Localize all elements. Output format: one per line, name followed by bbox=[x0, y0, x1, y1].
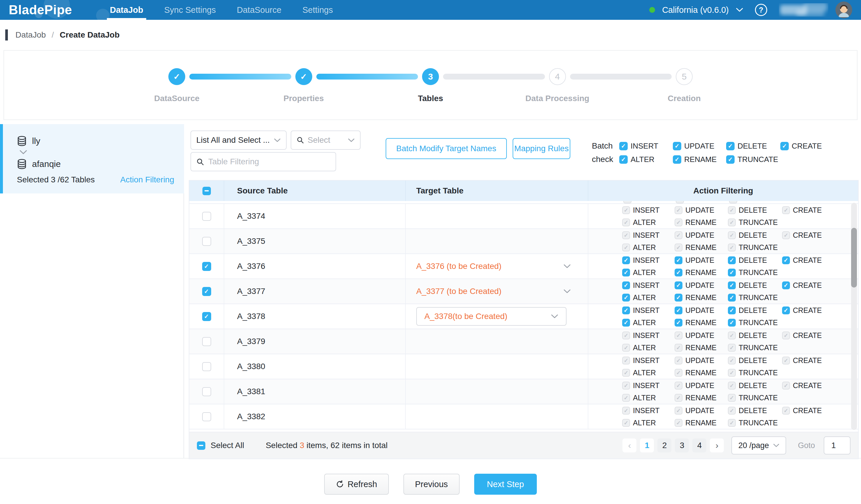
action-checkbox-item[interactable]: RENAME bbox=[674, 394, 728, 402]
checkbox-checked[interactable] bbox=[728, 256, 736, 264]
checkbox-disabled[interactable] bbox=[782, 357, 790, 365]
action-checkbox-item[interactable]: ALTER bbox=[622, 243, 674, 252]
batch-action-delete[interactable]: DELETE bbox=[726, 141, 780, 151]
action-checkbox-item[interactable]: INSERT bbox=[622, 306, 674, 315]
action-checkbox-item[interactable]: DELETE bbox=[728, 356, 782, 365]
action-checkbox-item[interactable]: ALTER bbox=[622, 419, 674, 427]
checkbox-disabled[interactable] bbox=[728, 206, 736, 214]
checkbox-disabled[interactable] bbox=[782, 407, 790, 414]
row-checkbox[interactable] bbox=[202, 312, 211, 321]
action-checkbox-item[interactable]: ALTER bbox=[622, 294, 674, 302]
action-checkbox-item[interactable]: DELETE bbox=[728, 281, 782, 289]
action-checkbox-item[interactable]: TRUNCATE bbox=[728, 218, 782, 227]
action-checkbox-item[interactable]: ALTER bbox=[622, 369, 674, 377]
page-button-3[interactable]: 3 bbox=[675, 438, 689, 452]
action-checkbox-item[interactable]: INSERT bbox=[622, 231, 674, 240]
action-checkbox-item[interactable]: DELETE bbox=[728, 381, 782, 390]
action-checkbox-item[interactable]: UPDATE bbox=[674, 381, 728, 390]
goto-page-input[interactable]: 1 bbox=[824, 436, 850, 454]
action-checkbox-item[interactable]: RENAME bbox=[674, 343, 728, 352]
action-checkbox-item[interactable]: CREATE bbox=[782, 331, 837, 340]
checkbox-disabled[interactable] bbox=[622, 344, 630, 352]
breadcrumb-parent[interactable]: DataJob bbox=[15, 30, 46, 40]
action-checkbox-item[interactable]: DELETE bbox=[728, 231, 782, 240]
checkbox-checked[interactable] bbox=[728, 282, 736, 289]
action-checkbox-item[interactable]: ALTER bbox=[622, 394, 674, 402]
nav-item-sync-settings[interactable]: Sync Settings bbox=[164, 0, 216, 20]
action-checkbox-item[interactable]: RENAME bbox=[674, 369, 728, 377]
batch-action-rename[interactable]: RENAME bbox=[673, 155, 726, 164]
checkbox-checked[interactable] bbox=[674, 319, 682, 327]
checkbox-disabled[interactable] bbox=[622, 218, 630, 226]
action-filtering-link[interactable]: Action Filtering bbox=[120, 175, 174, 185]
action-checkbox-item[interactable]: UPDATE bbox=[674, 356, 728, 365]
help-icon[interactable]: ? bbox=[755, 4, 767, 16]
action-checkbox-item[interactable]: INSERT bbox=[622, 256, 674, 264]
checkbox-checked[interactable] bbox=[622, 282, 630, 289]
action-checkbox-item[interactable]: RENAME bbox=[674, 268, 728, 277]
action-checkbox-item[interactable]: INSERT bbox=[622, 206, 674, 215]
action-checkbox-item[interactable]: INSERT bbox=[622, 331, 674, 340]
checkbox-disabled[interactable] bbox=[674, 407, 682, 414]
select-all-header-checkbox[interactable] bbox=[202, 187, 211, 195]
checkbox-disabled[interactable] bbox=[674, 382, 682, 390]
checkbox-disabled[interactable] bbox=[728, 357, 736, 365]
table-scrollbar-thumb[interactable] bbox=[851, 228, 857, 288]
action-checkbox-item[interactable]: TRUNCATE bbox=[728, 268, 782, 277]
page-size-select[interactable]: 20 /page bbox=[732, 436, 786, 454]
checkbox-disabled[interactable] bbox=[728, 331, 736, 339]
row-checkbox[interactable] bbox=[202, 337, 211, 346]
previous-button[interactable]: Previous bbox=[404, 474, 460, 495]
action-checkbox-item[interactable]: TRUNCATE bbox=[728, 369, 782, 377]
list-mode-select[interactable]: List All and Select ... bbox=[191, 131, 287, 150]
checkbox-disabled[interactable] bbox=[674, 369, 682, 377]
action-checkbox-item[interactable]: CREATE bbox=[782, 231, 837, 240]
checkbox-checked[interactable] bbox=[622, 269, 630, 276]
checkbox-checked[interactable] bbox=[674, 307, 682, 314]
checkbox-checked[interactable] bbox=[622, 256, 630, 264]
column-select[interactable]: Select bbox=[291, 131, 360, 150]
action-checkbox-item[interactable]: TRUNCATE bbox=[728, 243, 782, 252]
nav-item-datajob[interactable]: DataJob bbox=[110, 0, 143, 20]
action-checkbox-item[interactable]: ALTER bbox=[622, 318, 674, 327]
action-checkbox-item[interactable]: TRUNCATE bbox=[728, 294, 782, 302]
checkbox-disabled[interactable] bbox=[674, 331, 682, 339]
checkbox-disabled[interactable] bbox=[674, 419, 682, 427]
next-step-button[interactable]: Next Step bbox=[474, 474, 537, 495]
batch-action-insert[interactable]: INSERT bbox=[619, 141, 673, 151]
action-checkbox-item[interactable]: INSERT bbox=[622, 281, 674, 289]
checkbox-checked[interactable] bbox=[728, 307, 736, 314]
refresh-button[interactable]: Refresh bbox=[324, 474, 389, 495]
checkbox-checked[interactable] bbox=[780, 142, 789, 150]
checkbox-disabled[interactable] bbox=[728, 382, 736, 390]
checkbox-disabled[interactable] bbox=[728, 369, 736, 377]
action-checkbox-item[interactable]: UPDATE bbox=[674, 306, 728, 315]
checkbox-disabled[interactable] bbox=[622, 206, 630, 214]
checkbox-disabled[interactable] bbox=[782, 231, 790, 239]
batch-action-create[interactable]: CREATE bbox=[780, 141, 838, 151]
nav-item-datasource[interactable]: DataSource bbox=[237, 0, 282, 20]
checkbox-disabled[interactable] bbox=[674, 244, 682, 251]
action-checkbox-item[interactable]: DELETE bbox=[728, 331, 782, 340]
row-checkbox[interactable] bbox=[202, 412, 211, 421]
chevron-down-icon[interactable] bbox=[736, 8, 743, 12]
batch-modify-target-names-button[interactable]: Batch Modify Target Names bbox=[386, 138, 507, 159]
checkbox-checked[interactable] bbox=[728, 294, 736, 301]
mapping-rules-button[interactable]: Mapping Rules bbox=[512, 138, 570, 159]
checkbox-disabled[interactable] bbox=[674, 394, 682, 402]
batch-action-alter[interactable]: ALTER bbox=[619, 155, 673, 164]
prev-page-button[interactable]: ‹ bbox=[623, 438, 637, 452]
action-checkbox-item[interactable]: INSERT bbox=[622, 356, 674, 365]
action-checkbox-item[interactable]: CREATE bbox=[782, 406, 837, 415]
select-all-label[interactable]: Select All bbox=[210, 441, 244, 450]
row-checkbox[interactable] bbox=[202, 287, 211, 296]
checkbox-disabled[interactable] bbox=[622, 244, 630, 251]
checkbox-checked[interactable] bbox=[674, 269, 682, 276]
batch-action-truncate[interactable]: TRUNCATE bbox=[726, 155, 780, 164]
page-button-2[interactable]: 2 bbox=[657, 438, 671, 452]
checkbox-disabled[interactable] bbox=[622, 407, 630, 414]
action-checkbox-item[interactable]: CREATE bbox=[782, 281, 837, 289]
action-checkbox-item[interactable]: RENAME bbox=[674, 218, 728, 227]
action-checkbox-item[interactable]: TRUNCATE bbox=[728, 343, 782, 352]
checkbox-checked[interactable] bbox=[782, 282, 790, 289]
